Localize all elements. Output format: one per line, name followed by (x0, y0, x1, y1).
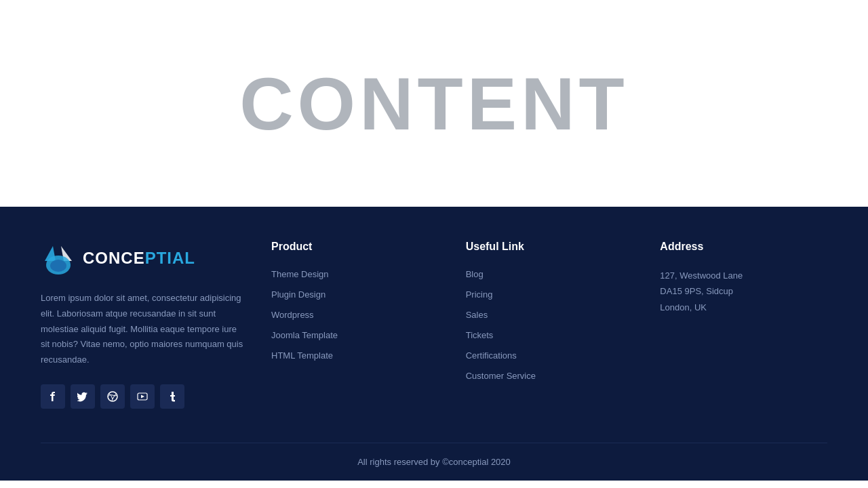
useful-link-tickets[interactable]: Tickets (466, 330, 494, 340)
footer-address-column: Address 127, Westwood Lane DA15 9PS, Sid… (660, 241, 827, 409)
facebook-icon[interactable] (41, 384, 65, 409)
address-line-2: DA15 9PS, Sidcup (660, 283, 827, 299)
product-column-title: Product (271, 241, 439, 253)
list-item: Theme Design (271, 268, 439, 280)
useful-link-blog[interactable]: Blog (466, 269, 484, 279)
address-column-title: Address (660, 241, 827, 253)
useful-link-certifications[interactable]: Certifications (466, 350, 517, 361)
footer-description: Lorem ipsum dolor sit amet, consectetur … (41, 291, 244, 368)
social-icons-group (41, 384, 244, 409)
list-item: Sales (466, 308, 633, 321)
logo-icon (41, 241, 76, 276)
address-line-3: London, UK (660, 300, 827, 315)
list-item: Certifications (466, 349, 633, 361)
product-link-plugin-design[interactable]: Plugin Design (271, 289, 326, 300)
footer-brand-column: CONCEPTIAL Lorem ipsum dolor sit amet, c… (41, 241, 244, 409)
list-item: Customer Service (466, 369, 633, 382)
product-link-html-template[interactable]: HTML Template (271, 350, 333, 361)
product-link-wordpress[interactable]: Wordpress (271, 310, 314, 320)
footer-top: CONCEPTIAL Lorem ipsum dolor sit amet, c… (41, 241, 827, 409)
list-item: Joomla Template (271, 329, 439, 341)
useful-links-list: Blog Pricing Sales Tickets Certification… (466, 268, 633, 382)
copyright-text: All rights reserved by ©conceptial 2020 (41, 457, 827, 467)
useful-link-sales[interactable]: Sales (466, 310, 488, 320)
footer-logo: CONCEPTIAL (41, 241, 244, 276)
twitter-icon[interactable] (71, 384, 95, 409)
list-item: Pricing (466, 288, 633, 300)
footer-bottom: All rights reserved by ©conceptial 2020 (41, 443, 827, 481)
dribbble-icon[interactable] (100, 384, 125, 409)
address-line-1: 127, Westwood Lane (660, 268, 827, 283)
product-links-list: Theme Design Plugin Design Wordpress Joo… (271, 268, 439, 361)
useful-link-column-title: Useful Link (466, 241, 633, 253)
footer-product-column: Product Theme Design Plugin Design Wordp… (271, 241, 439, 409)
svg-point-3 (50, 260, 66, 272)
useful-link-customer-service[interactable]: Customer Service (466, 371, 536, 381)
svg-marker-6 (141, 394, 144, 398)
list-item: Tickets (466, 329, 633, 341)
product-link-theme-design[interactable]: Theme Design (271, 269, 329, 279)
list-item: HTML Template (271, 349, 439, 361)
list-item: Blog (466, 268, 633, 280)
footer-useful-link-column: Useful Link Blog Pricing Sales Tickets C… (466, 241, 633, 409)
footer: CONCEPTIAL Lorem ipsum dolor sit amet, c… (0, 207, 868, 481)
tumblr-icon[interactable] (160, 384, 184, 409)
youtube-icon[interactable] (130, 384, 155, 409)
product-link-joomla-template[interactable]: Joomla Template (271, 330, 338, 340)
list-item: Wordpress (271, 308, 439, 321)
content-title: CONTENT (239, 60, 629, 146)
list-item: Plugin Design (271, 288, 439, 300)
useful-link-pricing[interactable]: Pricing (466, 289, 493, 300)
logo-text: CONCEPTIAL (83, 249, 195, 268)
main-content-area: CONTENT (0, 0, 868, 207)
